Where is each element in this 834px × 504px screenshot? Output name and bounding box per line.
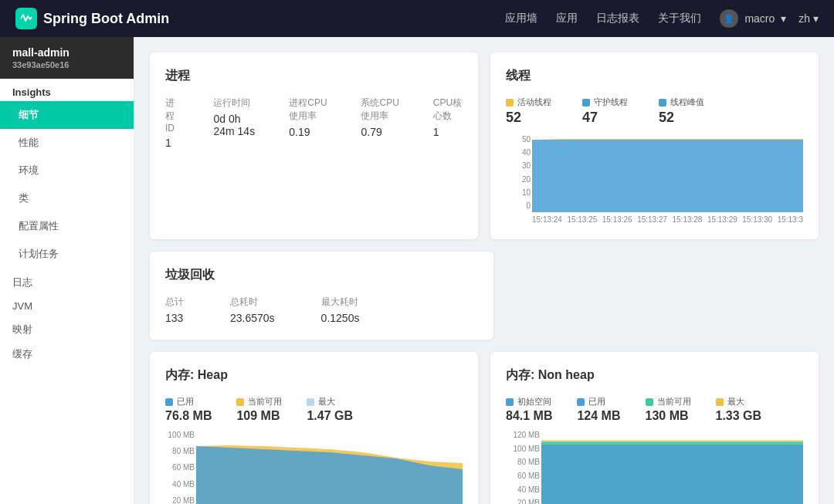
nonheap-used-dot (577, 398, 585, 406)
heap-avail-dot (236, 398, 244, 406)
process-label-2: 进程CPU使用率 (289, 96, 330, 123)
heap-stat-avail: 当前可用 109 MB (236, 396, 282, 423)
sidebar-item-jvm[interactable]: JVM (0, 293, 134, 315)
thread-stat-peak: 线程峰值 52 (659, 96, 704, 126)
gc-col-0: 总计 133 (165, 296, 184, 324)
sidebar-item-缓存[interactable]: 缓存 (0, 340, 134, 364)
nonheap-max-value: 1.33 GB (716, 409, 762, 423)
heap-legend-avail: 当前可用 (236, 396, 282, 408)
sidebar-item-类[interactable]: 类 (0, 184, 134, 212)
sidebar-item-环境[interactable]: 环境 (0, 157, 134, 184)
gc-col-2: 最大耗时 0.1250s (321, 296, 360, 324)
thread-chart-container: 50 40 30 20 10 0 (506, 135, 803, 224)
sidebar-item-日志[interactable]: 日志 (0, 268, 134, 293)
tl-3: 15:13:27 (637, 215, 667, 224)
tl-4: 15:13:28 (673, 215, 703, 224)
process-card: 进程 进程ID 1 运行时间 0d 0h 24m 14s 进程CPU使用率 0.… (150, 52, 478, 239)
sidebar-item-性能[interactable]: 性能 (0, 129, 134, 157)
brand-icon (15, 8, 37, 29)
gc-label-1: 总耗时 (230, 296, 275, 309)
memory-nonheap-card: 内存: Non heap 初始空间 84.1 MB 已用 (490, 352, 819, 504)
heap-max-label: 最大 (318, 396, 335, 408)
lang-chevron: ▾ (813, 12, 819, 25)
gc-value-1: 23.6570s (230, 312, 275, 324)
header-nav: 应用墙 应用 日志报表 关于我们 (505, 12, 701, 25)
sidebar-item-细节[interactable]: 细节 (0, 101, 134, 129)
thread-y-axis: 50 40 30 20 10 0 (506, 135, 531, 224)
heap-stats: 已用 76.8 MB 当前可用 109 MB (165, 396, 463, 423)
user-menu[interactable]: 👤 macro ▾ (720, 9, 786, 28)
process-label-1: 运行时间 (213, 96, 258, 110)
row-gc: 垃圾回收 总计 133 总耗时 23.6570s 最大耗时 0.1250s (150, 252, 819, 340)
nonheap-legend-max: 最大 (716, 396, 762, 408)
nonheap-max-label: 最大 (727, 396, 744, 408)
nonheap-y-axis: 120 MB 100 MB 80 MB 60 MB 40 MB 20 MB 0 … (506, 431, 540, 504)
gc-table: 总计 133 总耗时 23.6570s 最大耗时 0.1250s (165, 296, 478, 324)
process-col-1: 运行时间 0d 0h 24m 14s (213, 96, 258, 149)
daemon-dot (582, 99, 590, 107)
gc-value-0: 133 (165, 312, 184, 324)
tl-7: 15:13:3 (778, 215, 803, 224)
nonheap-avail-dot (646, 398, 653, 406)
sidebar-item-配置属性[interactable]: 配置属性 (0, 212, 134, 240)
heap-chart-right: 15:13:25 15:13:26 15:13:27 15:13:28 15:1… (196, 431, 463, 504)
nav-log-report[interactable]: 日志报表 (596, 12, 639, 25)
sidebar-item-计划任务[interactable]: 计划任务 (0, 240, 134, 268)
process-label-0: 进程ID (165, 96, 182, 134)
process-title: 进程 (165, 68, 463, 84)
heap-used-value: 76.8 MB (165, 409, 212, 423)
heap-avail-label: 当前可用 (248, 396, 282, 408)
svg-marker-3 (196, 446, 463, 504)
nonheap-used-label: 已用 (588, 396, 605, 408)
tl-5: 15:13:29 (707, 215, 737, 224)
heap-chart-svg (196, 431, 463, 504)
sidebar-item-映射[interactable]: 映射 (0, 315, 134, 340)
sidebar-app-name: mall-admin (12, 46, 121, 59)
heap-stat-used: 已用 76.8 MB (165, 396, 212, 423)
process-value-3: 0.79 (361, 126, 402, 138)
brand: Spring Boot Admin (15, 8, 505, 29)
heap-stat-max: 最大 1.47 GB (307, 396, 353, 423)
heap-chart-area (196, 431, 463, 504)
heap-y-axis: 100 MB 80 MB 60 MB 40 MB 20 MB 0 B (165, 431, 195, 504)
active-dot (506, 99, 514, 107)
sidebar: mall-admin 33e93ae50e16 Insights 细节 性能 环… (0, 37, 134, 504)
process-col-2: 进程CPU使用率 0.19 (289, 96, 330, 149)
heap-avail-value: 109 MB (236, 409, 282, 423)
thread-legend-active: 活动线程 (506, 96, 551, 108)
row-memory: 内存: Heap 已用 76.8 MB 当前可用 (150, 352, 819, 504)
process-label-4: CPU核心数 (433, 96, 463, 123)
daemon-label: 守护线程 (594, 96, 628, 108)
nonheap-avail-label: 当前可用 (657, 396, 691, 408)
gc-label-2: 最大耗时 (321, 296, 360, 309)
peak-label: 线程峰值 (670, 96, 704, 108)
nonheap-used-value: 124 MB (577, 409, 620, 423)
nonheap-stat-avail: 当前可用 130 MB (646, 396, 691, 423)
process-label-3: 系统CPU使用率 (361, 96, 402, 123)
heap-legend-max: 最大 (307, 396, 353, 408)
nav-app-wall[interactable]: 应用墙 (505, 12, 537, 25)
nav-apps[interactable]: 应用 (556, 12, 578, 25)
lang-selector[interactable]: zh ▾ (798, 12, 819, 25)
process-col-0: 进程ID 1 (165, 96, 182, 149)
nonheap-stat-max: 最大 1.33 GB (716, 396, 762, 423)
brand-name: Spring Boot Admin (43, 11, 169, 27)
svg-marker-1 (532, 139, 803, 140)
nonheap-stats: 初始空间 84.1 MB 已用 124 MB (506, 396, 803, 423)
svg-marker-0 (532, 140, 803, 212)
nonheap-chart-area (541, 431, 803, 504)
tl-6: 15:13:30 (742, 215, 772, 224)
main-content: 进程 进程ID 1 运行时间 0d 0h 24m 14s 进程CPU使用率 0.… (134, 37, 834, 504)
y-0: 0 (506, 201, 531, 210)
memory-heap-card: 内存: Heap 已用 76.8 MB 当前可用 (150, 352, 478, 504)
sidebar-app-header: mall-admin 33e93ae50e16 (0, 37, 134, 79)
nav-about[interactable]: 关于我们 (658, 12, 701, 25)
lang-label: zh (798, 12, 810, 25)
heap-used-dot (165, 398, 173, 406)
nonheap-legend-avail: 当前可用 (646, 396, 691, 408)
process-value-4: 1 (433, 126, 463, 138)
nonheap-legend-init: 初始空间 (506, 396, 552, 408)
nonheap-stat-init: 初始空间 84.1 MB (506, 396, 552, 423)
process-col-3: 系统CPU使用率 0.79 (361, 96, 402, 149)
heap-title: 内存: Heap (165, 367, 463, 384)
